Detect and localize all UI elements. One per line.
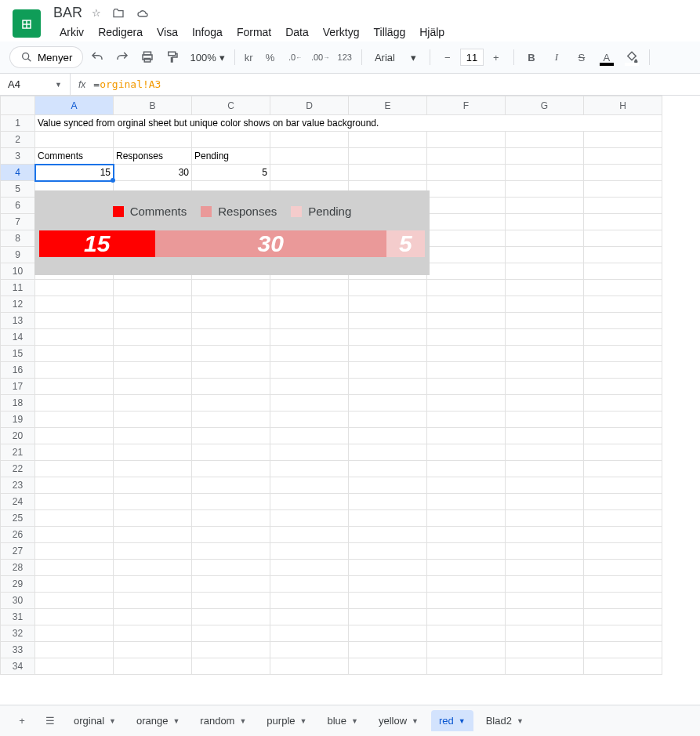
- row-header-33[interactable]: 33: [1, 642, 35, 658]
- sheet-tab-yellow[interactable]: yellow▼: [371, 710, 426, 731]
- cell-B16[interactable]: [114, 362, 192, 379]
- cell-H19[interactable]: [584, 412, 662, 428]
- cell-H26[interactable]: [584, 527, 662, 543]
- row-header-8[interactable]: 8: [1, 230, 35, 247]
- cell-F28[interactable]: [427, 560, 506, 576]
- cell-G2[interactable]: [506, 132, 584, 148]
- cell-C25[interactable]: [192, 510, 270, 527]
- cell-G24[interactable]: [506, 494, 584, 510]
- cell-F10[interactable]: [427, 263, 506, 280]
- cell-F25[interactable]: [427, 510, 506, 527]
- cell-G18[interactable]: [506, 395, 584, 412]
- cell-E31[interactable]: [349, 609, 427, 625]
- cell-B18[interactable]: [114, 395, 192, 412]
- cell-C22[interactable]: [192, 461, 270, 477]
- cell-H23[interactable]: [584, 477, 662, 494]
- row-header-9[interactable]: 9: [1, 247, 35, 263]
- cell-H31[interactable]: [584, 609, 662, 625]
- row-header-18[interactable]: 18: [1, 395, 35, 412]
- cell-B20[interactable]: [114, 428, 192, 444]
- cell-B21[interactable]: [114, 444, 192, 461]
- cell-B3[interactable]: Responses: [114, 148, 192, 165]
- chevron-down-icon[interactable]: ▼: [412, 717, 419, 725]
- cell-F8[interactable]: [427, 230, 506, 247]
- cell-H28[interactable]: [584, 560, 662, 576]
- row-header-21[interactable]: 21: [1, 444, 35, 461]
- cell-H15[interactable]: [584, 346, 662, 362]
- row-header-16[interactable]: 16: [1, 362, 35, 379]
- cell-F27[interactable]: [427, 543, 506, 560]
- cell-D14[interactable]: [270, 329, 349, 346]
- column-header-A[interactable]: A: [35, 96, 114, 115]
- cell-G6[interactable]: [506, 198, 584, 214]
- row-header-25[interactable]: 25: [1, 510, 35, 527]
- cell-G19[interactable]: [506, 412, 584, 428]
- row-header-7[interactable]: 7: [1, 214, 35, 230]
- row-header-1[interactable]: 1: [1, 115, 35, 132]
- cell-E2[interactable]: [349, 132, 427, 148]
- cell-D27[interactable]: [270, 543, 349, 560]
- column-header-E[interactable]: E: [349, 96, 427, 115]
- row-header-17[interactable]: 17: [1, 379, 35, 395]
- search-menus-button[interactable]: Menyer: [9, 46, 83, 68]
- cell-H29[interactable]: [584, 576, 662, 593]
- cell-B26[interactable]: [114, 527, 192, 543]
- cell-F9[interactable]: [427, 247, 506, 263]
- cell-A21[interactable]: [35, 444, 114, 461]
- cell-E16[interactable]: [349, 362, 427, 379]
- menu-visa[interactable]: Visa: [151, 23, 184, 42]
- column-header-D[interactable]: D: [270, 96, 349, 115]
- font-size-decrease[interactable]: −: [437, 46, 459, 68]
- cell-B4[interactable]: 30: [114, 165, 192, 181]
- menu-redigera[interactable]: Redigera: [92, 23, 149, 42]
- row-header-28[interactable]: 28: [1, 560, 35, 576]
- menu-infoga[interactable]: Infoga: [186, 23, 229, 42]
- cell-A18[interactable]: [35, 395, 114, 412]
- cell-F35[interactable]: [427, 675, 506, 676]
- row-header-2[interactable]: 2: [1, 132, 35, 148]
- cell-E30[interactable]: [349, 593, 427, 609]
- row-header-13[interactable]: 13: [1, 313, 35, 329]
- column-header-G[interactable]: G: [506, 96, 584, 115]
- cell-G16[interactable]: [506, 362, 584, 379]
- cell-F3[interactable]: [427, 148, 506, 165]
- menu-data[interactable]: Data: [279, 23, 315, 42]
- cell-D33[interactable]: [270, 642, 349, 658]
- cell-B27[interactable]: [114, 543, 192, 560]
- row-header-10[interactable]: 10: [1, 263, 35, 280]
- cell-H14[interactable]: [584, 329, 662, 346]
- font-size-increase[interactable]: +: [485, 46, 507, 68]
- cell-C17[interactable]: [192, 379, 270, 395]
- cell-A28[interactable]: [35, 560, 114, 576]
- cell-A31[interactable]: [35, 609, 114, 625]
- cell-D2[interactable]: [270, 132, 349, 148]
- row-header-22[interactable]: 22: [1, 461, 35, 477]
- cell-E11[interactable]: [349, 280, 427, 296]
- cell-B12[interactable]: [114, 296, 192, 313]
- cell-E27[interactable]: [349, 543, 427, 560]
- cell-A3[interactable]: Comments: [35, 148, 114, 165]
- row-header-30[interactable]: 30: [1, 593, 35, 609]
- cell-E23[interactable]: [349, 477, 427, 494]
- cell-H7[interactable]: [584, 214, 662, 230]
- cell-A1[interactable]: Value synced from orginal sheet but uniq…: [35, 115, 662, 132]
- cell-E24[interactable]: [349, 494, 427, 510]
- cell-D12[interactable]: [270, 296, 349, 313]
- cell-D4[interactable]: [270, 165, 349, 181]
- cell-G30[interactable]: [506, 593, 584, 609]
- menu-format[interactable]: Format: [230, 23, 277, 42]
- cell-H20[interactable]: [584, 428, 662, 444]
- cell-H2[interactable]: [584, 132, 662, 148]
- cell-F16[interactable]: [427, 362, 506, 379]
- row-header-24[interactable]: 24: [1, 494, 35, 510]
- row-header-34[interactable]: 34: [1, 658, 35, 675]
- sheet-tab-blue[interactable]: blue▼: [319, 710, 366, 731]
- cell-D15[interactable]: [270, 346, 349, 362]
- cell-H3[interactable]: [584, 148, 662, 165]
- cell-G33[interactable]: [506, 642, 584, 658]
- decrease-decimal-button[interactable]: .0←: [285, 46, 306, 68]
- cell-D13[interactable]: [270, 313, 349, 329]
- cell-G15[interactable]: [506, 346, 584, 362]
- cell-A34[interactable]: [35, 658, 114, 675]
- cell-E13[interactable]: [349, 313, 427, 329]
